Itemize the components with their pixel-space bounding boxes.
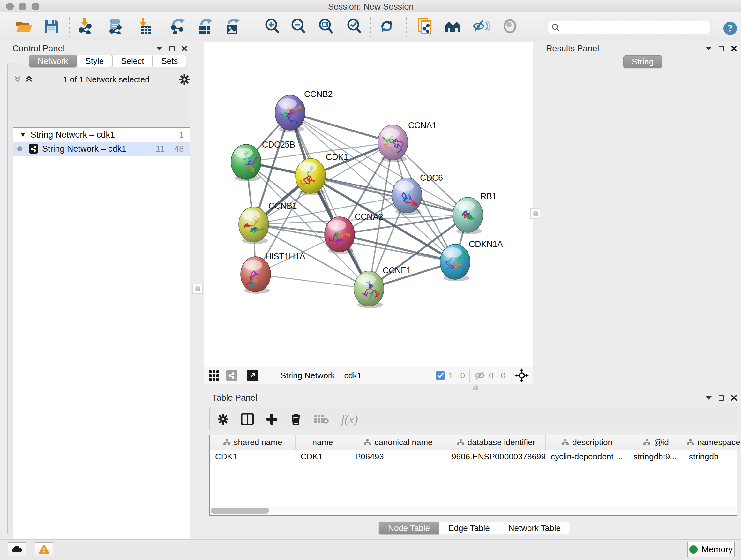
control-panel-menu-icon[interactable]: [156, 47, 162, 51]
edge-CCNB2-CCNE1[interactable]: [290, 113, 369, 289]
splitter-dot: [533, 211, 538, 216]
show-all-button[interactable]: [501, 16, 519, 36]
left-splitter-handle[interactable]: [192, 284, 203, 294]
column-header-description[interactable]: description: [546, 435, 628, 449]
control-panel-close-icon[interactable]: [182, 46, 187, 51]
tab-sets[interactable]: Sets: [152, 55, 186, 67]
zoom-selected-button[interactable]: [345, 16, 363, 36]
node-CCNB2[interactable]: [275, 95, 305, 132]
open-session-button[interactable]: [15, 16, 33, 36]
table-cell[interactable]: CDK1: [295, 450, 350, 463]
node-HIST1H1A[interactable]: [241, 257, 271, 294]
memory-label: Memory: [701, 545, 733, 555]
tab-style[interactable]: Style: [77, 55, 112, 67]
birdseye-grid-icon[interactable]: [208, 369, 221, 382]
tab-node-table[interactable]: Node Table: [379, 522, 439, 535]
edge-CCNB2-CCNA1[interactable]: [290, 113, 393, 142]
hide-selected-button[interactable]: [472, 16, 490, 36]
search-input[interactable]: [560, 23, 700, 32]
results-panel-close-icon[interactable]: [731, 46, 737, 51]
table-cell[interactable]: CDK1: [210, 450, 295, 463]
node-RB1[interactable]: [453, 197, 483, 234]
column-header-name[interactable]: name: [295, 435, 350, 449]
table-panel-menu-icon[interactable]: [706, 396, 712, 400]
table-cell[interactable]: stringdb: [684, 450, 741, 463]
first-neighbors-button[interactable]: [444, 16, 462, 36]
clone-network-icon: [417, 17, 433, 35]
node-CCNA1[interactable]: [378, 125, 408, 162]
export-image-button[interactable]: [223, 16, 241, 36]
column-header-@id[interactable]: @id: [628, 435, 684, 449]
collection-count: 1: [179, 130, 184, 140]
table-hscroll-track[interactable]: [210, 506, 737, 515]
node-CCNA2[interactable]: [325, 217, 354, 254]
column-network-icon: [643, 439, 651, 446]
search-field[interactable]: [548, 21, 710, 34]
expand-all-icon[interactable]: [24, 75, 33, 84]
import-database-button[interactable]: [106, 16, 124, 36]
column-header-canonical-name[interactable]: canonical name: [350, 435, 447, 449]
edge-HIST1H1A-CCNE1[interactable]: [256, 274, 369, 289]
right-splitter-handle[interactable]: [530, 208, 541, 219]
table-cell[interactable]: stringdb:9...: [628, 450, 684, 463]
network-tree-root-row[interactable]: ▼ String Network – cdk1 1: [13, 128, 190, 142]
zoom-in-button[interactable]: [263, 16, 281, 36]
open-in-browser-icon[interactable]: [247, 370, 258, 381]
clone-network-button[interactable]: [416, 16, 434, 36]
table-hscroll-thumb[interactable]: [211, 508, 269, 514]
main-toolbar: ?: [0, 12, 741, 41]
selected-checkbox-icon[interactable]: [435, 371, 445, 380]
network-tree-child-row[interactable]: String Network – cdk1 11 48: [13, 142, 190, 156]
fit-selected-crosshair-icon[interactable]: [515, 368, 529, 382]
memory-button[interactable]: Memory: [687, 542, 735, 557]
export-table-button[interactable]: [196, 16, 214, 36]
control-panel-float-icon[interactable]: [169, 46, 175, 51]
window-title: Session: New Session: [0, 2, 741, 12]
table-toolbar: f(x): [209, 407, 738, 431]
collapse-all-icon[interactable]: [13, 75, 22, 84]
column-header-namespace[interactable]: namespace: [684, 435, 741, 449]
table-cell[interactable]: 9606.ENSP00000378699: [447, 450, 546, 463]
table-panel-float-icon[interactable]: [719, 395, 724, 401]
node-CDKN1A[interactable]: [440, 244, 470, 281]
warnings-button[interactable]: [35, 543, 53, 556]
zoom-out-button[interactable]: [289, 16, 307, 36]
tab-select[interactable]: Select: [112, 55, 152, 67]
delete-column-trash-icon[interactable]: [290, 413, 301, 426]
add-column-icon[interactable]: [266, 413, 278, 425]
node-CCNB1[interactable]: [239, 207, 269, 244]
network-options-gear-icon[interactable]: [179, 74, 190, 85]
hidden-eye-slash-icon: [474, 371, 486, 380]
table-row[interactable]: CDK1CDK1P064939606.ENSP00000378699cyclin…: [210, 450, 737, 463]
tab-network-table[interactable]: Network Table: [499, 522, 570, 535]
tree-collapse-icon[interactable]: ▼: [20, 131, 26, 138]
table-cell[interactable]: P06493: [350, 450, 447, 463]
cloud-status-button[interactable]: [8, 543, 26, 556]
tab-edge-table[interactable]: Edge Table: [439, 522, 499, 535]
results-panel: Results Panel String Expand All Collapse…: [540, 41, 741, 390]
export-network-button[interactable]: [169, 16, 186, 36]
column-header-shared-name[interactable]: shared name: [210, 435, 295, 449]
horizontal-splitter-dot[interactable]: [473, 385, 478, 391]
show-columns-icon[interactable]: [241, 413, 254, 425]
results-panel-menu-icon[interactable]: [706, 47, 712, 51]
node-label-RB1: RB1: [480, 192, 496, 201]
save-session-button[interactable]: [43, 16, 60, 36]
tab-network[interactable]: Network: [29, 55, 77, 67]
import-table-button[interactable]: [135, 16, 152, 36]
node-CCNE1[interactable]: [354, 271, 384, 308]
help-button[interactable]: ?: [723, 21, 738, 37]
refresh-view-button[interactable]: [378, 16, 396, 36]
tab-string[interactable]: String: [623, 55, 662, 68]
string-network-graph[interactable]: CCNB2CCNA1CDC25BCDK1CDC6RB1CCNB1CCNA2CDK…: [204, 42, 533, 367]
table-panel-close-icon[interactable]: [731, 395, 737, 401]
table-settings-gear-icon[interactable]: [217, 414, 229, 425]
control-panel: Control Panel Network Style Select Sets …: [3, 41, 192, 539]
table-cell[interactable]: cyclin-dependent ...: [546, 450, 628, 463]
network-view-canvas[interactable]: CCNB2CCNA1CDC25BCDK1CDC6RB1CCNB1CCNA2CDK…: [204, 42, 533, 367]
column-header-database-identifier[interactable]: database identifier: [447, 435, 546, 449]
zoom-fit-button[interactable]: [317, 16, 335, 36]
node-CDC25B[interactable]: [231, 144, 261, 181]
import-network-button[interactable]: [76, 16, 94, 36]
results-panel-float-icon[interactable]: [719, 46, 724, 51]
